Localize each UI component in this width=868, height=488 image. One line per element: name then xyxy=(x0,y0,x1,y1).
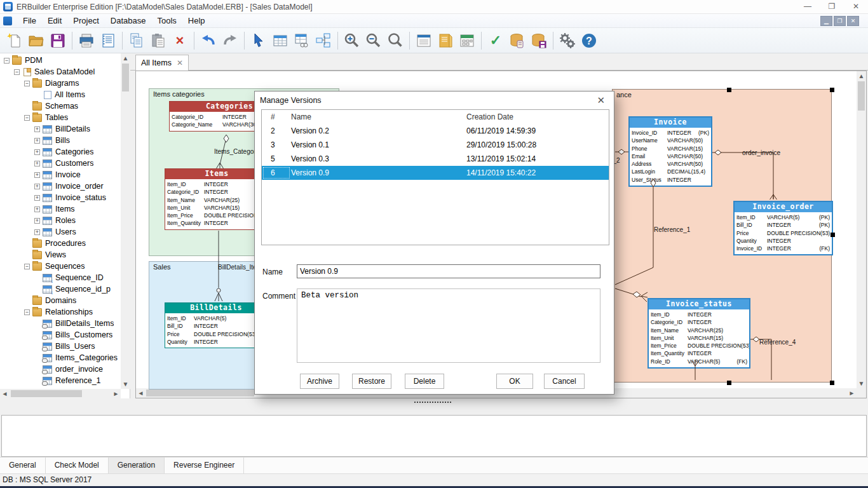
minimize-icon[interactable]: — xyxy=(796,0,820,13)
selection-handle[interactable] xyxy=(831,233,835,237)
ok-button[interactable]: OK xyxy=(496,374,533,389)
settings-icon[interactable] xyxy=(557,30,578,51)
mdi-minimize-icon[interactable]: ▁ xyxy=(820,16,832,26)
tree-expander-icon[interactable] xyxy=(14,69,20,75)
column-header-num[interactable]: # xyxy=(262,110,291,124)
tree-item[interactable]: Bills xyxy=(0,135,121,146)
tree-item[interactable]: Invoice xyxy=(0,169,121,180)
tree-item[interactable]: Categories xyxy=(0,146,121,158)
copy-icon[interactable] xyxy=(126,30,147,51)
dialog-close-icon[interactable]: ✕ xyxy=(593,95,609,106)
er-table[interactable]: Items Item_IDINTEGERCategorie_IDINTEGERI… xyxy=(165,168,269,230)
menu-item[interactable]: Help xyxy=(182,15,211,27)
tree-item[interactable]: BillDetails_Items xyxy=(0,318,121,329)
note-icon[interactable] xyxy=(414,30,434,51)
tree-vertical-scrollbar[interactable]: ▲ ▼ xyxy=(121,53,130,389)
tree-expander-icon[interactable] xyxy=(24,264,30,269)
restore-button[interactable]: Restore xyxy=(352,374,391,389)
tree-item[interactable]: Items_Categories xyxy=(0,352,121,363)
tree-item[interactable]: Reference_1 xyxy=(0,375,121,386)
column-header-date[interactable]: Creation Date xyxy=(466,110,609,124)
tab-close-icon[interactable]: ✕ xyxy=(177,58,183,67)
tree-item[interactable]: Tables xyxy=(0,112,121,123)
selection-handle[interactable] xyxy=(830,381,834,385)
splitter-grip-icon[interactable] xyxy=(414,402,451,403)
version-list[interactable]: # Name Creation Date 2 Version 0.2 06/11… xyxy=(261,109,609,245)
close-icon[interactable]: ✕ xyxy=(844,0,868,13)
bottom-tab[interactable]: General xyxy=(0,458,46,473)
tree-item[interactable]: Bills_Customers xyxy=(0,329,121,341)
zoom-in-icon[interactable] xyxy=(342,30,362,51)
selection-handle[interactable] xyxy=(727,88,731,92)
version-row[interactable]: 5 Version 0.3 13/11/2019 15:02:14 xyxy=(262,152,609,166)
tree-expander-icon[interactable] xyxy=(24,309,30,315)
tree-expander-icon[interactable] xyxy=(34,161,40,166)
menu-item[interactable]: File xyxy=(17,15,42,27)
canvas-vertical-scrollbar[interactable]: ▲ ▼ xyxy=(857,71,866,388)
db-save-icon[interactable] xyxy=(529,30,549,51)
cancel-button[interactable]: Cancel xyxy=(544,374,585,389)
tree-expander-icon[interactable] xyxy=(34,218,40,224)
table-link-icon[interactable] xyxy=(292,30,312,51)
er-table[interactable]: Invoice_status Item_IDINTEGERCategorie_I… xyxy=(648,298,750,369)
delete-button[interactable]: Delete xyxy=(405,374,444,389)
db-script-icon[interactable] xyxy=(507,30,527,51)
tree-item[interactable]: PDM xyxy=(0,55,121,66)
menu-item[interactable]: Project xyxy=(67,15,104,27)
bottom-tab[interactable]: Check Model xyxy=(46,458,109,473)
tree-item[interactable]: Customers xyxy=(0,158,121,169)
tree-item[interactable]: Schemas xyxy=(0,100,121,112)
mdi-restore-icon[interactable]: ❐ xyxy=(834,16,846,26)
selection-handle[interactable] xyxy=(830,88,834,92)
name-input[interactable] xyxy=(297,264,600,278)
tree-expander-icon[interactable] xyxy=(34,207,40,212)
mdi-close-icon[interactable]: ✕ xyxy=(847,16,859,26)
document-icon[interactable] xyxy=(435,30,456,51)
undo-icon[interactable] xyxy=(198,30,219,51)
tree-item[interactable]: Reference_2 xyxy=(0,386,121,388)
form-icon[interactable] xyxy=(457,30,477,51)
new-icon[interactable] xyxy=(4,30,25,51)
zoom-out-icon[interactable] xyxy=(363,30,384,51)
tree-item[interactable]: Sequences xyxy=(0,261,121,272)
tab-all-items[interactable]: All Items ✕ xyxy=(135,55,189,71)
comment-input[interactable]: Beta version xyxy=(297,288,600,363)
selection-handle[interactable] xyxy=(727,381,731,385)
restore-icon[interactable]: ❐ xyxy=(820,0,844,13)
tree-item[interactable]: Sales DataModel xyxy=(0,66,121,78)
redo-icon[interactable] xyxy=(220,30,240,51)
delete-icon[interactable]: × xyxy=(170,30,190,51)
menu-item[interactable]: Tools xyxy=(151,15,182,27)
help-icon[interactable]: ? xyxy=(579,30,599,51)
print-icon[interactable] xyxy=(76,30,97,51)
diagram-icon[interactable] xyxy=(313,30,334,51)
open-icon[interactable] xyxy=(26,30,46,51)
tree-horizontal-scrollbar[interactable]: ◄ ► xyxy=(0,389,121,398)
tree-expander-icon[interactable] xyxy=(24,81,30,86)
tree-item[interactable]: Sequence_id_p xyxy=(0,283,121,295)
tree-expander-icon[interactable] xyxy=(34,138,40,144)
bottom-tab[interactable]: Generation xyxy=(109,458,165,473)
tree-item[interactable]: Sequence_ID xyxy=(0,272,121,283)
menu-item[interactable]: Database xyxy=(105,15,152,27)
tree-item[interactable]: Views xyxy=(0,249,121,261)
check-icon[interactable]: ✓ xyxy=(485,30,506,51)
tree-item[interactable]: Procedures xyxy=(0,238,121,249)
splitter[interactable] xyxy=(0,398,868,415)
er-table[interactable]: Invoice_order Item_IDVARCHAR(5)(PK)Bill_… xyxy=(733,201,833,255)
tree-item[interactable]: Items xyxy=(0,203,121,215)
er-table[interactable]: BillDetails Item_IDVARCHAR(5)(PK)Bill_ID… xyxy=(165,302,268,348)
table-icon[interactable] xyxy=(270,30,290,51)
tree-expander-icon[interactable] xyxy=(34,184,40,189)
tree-expander-icon[interactable] xyxy=(34,149,40,155)
column-header-name[interactable]: Name xyxy=(291,110,466,124)
dialog-title-bar[interactable]: Manage Versions ✕ xyxy=(255,92,614,109)
tree-item[interactable]: Relationships xyxy=(0,306,121,318)
tree-expander-icon[interactable] xyxy=(34,172,40,178)
tree-expander-icon[interactable] xyxy=(34,126,40,132)
tree-expander-icon[interactable] xyxy=(4,58,10,64)
tree-expander-icon[interactable] xyxy=(34,229,40,235)
tree-item[interactable]: Diagrams xyxy=(0,78,121,89)
save-icon[interactable] xyxy=(48,30,68,51)
tree-item[interactable]: BillDetails xyxy=(0,123,121,135)
